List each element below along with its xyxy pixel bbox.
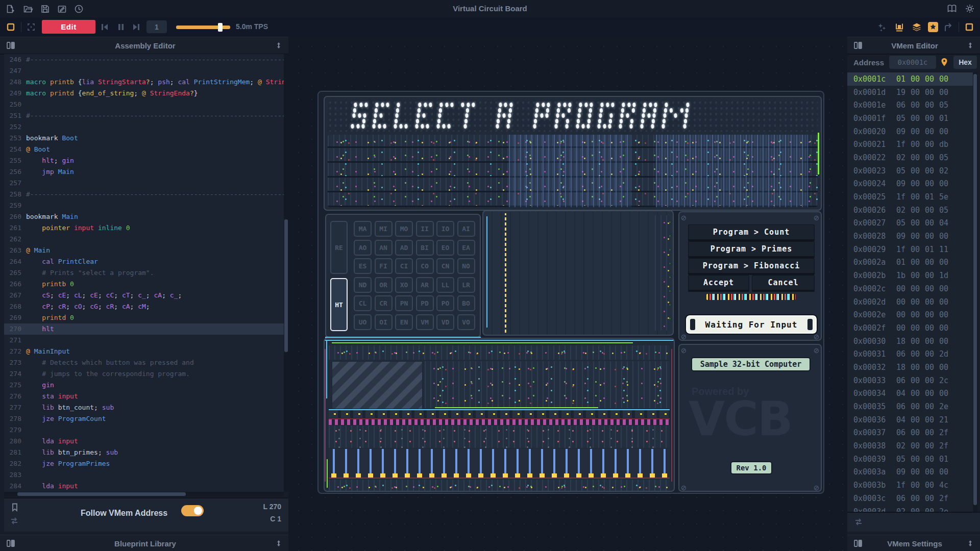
matrix-cell-or[interactable]: OR (375, 277, 393, 293)
vmem-row[interactable]: 0x0002602000005 (847, 204, 973, 217)
code-line[interactable]: 281 lib btn_primes; sub (4, 447, 288, 458)
skip-to-start-icon[interactable] (100, 22, 109, 32)
vmem-row[interactable]: 0x0001f05000001 (847, 112, 973, 125)
matrix-cell-pn[interactable]: PN (395, 295, 413, 311)
code-line[interactable]: 256 jmp Main (4, 166, 288, 178)
vmem-row[interactable]: 0x0001c01000000 (847, 72, 973, 86)
vmem-row[interactable]: 0x0002f00000000 (847, 321, 973, 335)
assembly-code-area[interactable]: 246#------------------------------------… (4, 54, 288, 492)
matrix-cell-ao[interactable]: AO (354, 240, 372, 256)
code-line[interactable]: 271 (4, 335, 288, 346)
vmem-row[interactable]: 0x0003c0600002f (847, 492, 973, 505)
code-line[interactable]: 255 hlt; gin (4, 155, 288, 166)
matrix-cell-io[interactable]: IO (436, 221, 454, 237)
cancel-button[interactable]: Cancel (752, 275, 815, 290)
program-button-1[interactable]: Program > Count (688, 224, 815, 240)
matrix-cell-ea[interactable]: EA (457, 240, 475, 256)
vmem-scrollbar[interactable] (973, 72, 977, 512)
matrix-cell-vo[interactable]: VO (457, 314, 475, 330)
tps-slider[interactable] (176, 26, 230, 29)
program-button-2[interactable]: Program > Primes (688, 241, 815, 257)
code-line[interactable]: 279 (4, 424, 288, 436)
matrix-cell-xo[interactable]: XO (395, 277, 413, 293)
code-line[interactable]: 247 (4, 65, 288, 77)
code-line[interactable]: 276 sta input (4, 391, 288, 402)
pin-address-icon[interactable] (940, 58, 948, 67)
vmem-row[interactable]: 0x0003a09000000 (847, 466, 973, 479)
matrix-cell-eo[interactable]: EO (436, 240, 454, 256)
matrix-cell-po[interactable]: PO (436, 295, 454, 311)
tps-slider-handle[interactable] (218, 23, 223, 32)
code-line[interactable]: 248macro printb {lia StringStarta?; psh;… (4, 77, 288, 88)
panel-layout-icon[interactable] (6, 539, 15, 547)
vmem-row[interactable]: 0x0002d00000000 (847, 295, 973, 309)
code-line[interactable]: 284 lda input (4, 481, 288, 492)
program-button-3[interactable]: Program > Fibonacci (688, 258, 815, 273)
vmem-row[interactable]: 0x0003905000001 (847, 453, 973, 466)
code-line[interactable]: 258#------------------------------------… (4, 189, 288, 200)
matrix-cell-pd[interactable]: PD (416, 295, 434, 311)
code-line[interactable]: 278 jze ProgramCount (4, 413, 288, 424)
bookmark-icon[interactable] (10, 503, 19, 512)
code-line[interactable]: 252 (4, 121, 288, 133)
circuit-board[interactable]: REHTMAMIMOIIIOAIAOANADBIEOEAESFICICOCNNO… (317, 91, 824, 494)
matrix-cell-lr[interactable]: LR (457, 277, 475, 293)
expand-panel-icon[interactable] (275, 41, 282, 49)
rename-icon[interactable] (57, 4, 67, 14)
vmem-row[interactable]: 0x0002b1b00001d (847, 269, 973, 282)
code-line[interactable]: 269 printd 0 (4, 312, 288, 323)
vmem-row[interactable]: 0x0003018000000 (847, 335, 973, 348)
matrix-cell-bi[interactable]: BI (416, 240, 434, 256)
selection-tool-icon[interactable] (6, 22, 15, 32)
vmem-row[interactable]: 0x0003d0200002e (847, 505, 973, 512)
code-line[interactable]: 250 (4, 99, 288, 110)
vmem-row[interactable]: 0x0002009000000 (847, 125, 973, 138)
matrix-cell-mo[interactable]: MO (395, 221, 413, 237)
address-input[interactable]: 0x0001c (889, 56, 936, 69)
matrix-cell-mi[interactable]: MI (375, 221, 393, 237)
vmem-row[interactable]: 0x0002809000000 (847, 230, 973, 243)
effects-sparkle-icon[interactable] (877, 22, 887, 32)
code-line[interactable]: 268 cP; cR; cO; cG; cR; cA; cM; (4, 301, 288, 312)
vmem-row[interactable]: 0x000370600002f (847, 427, 973, 440)
code-line[interactable]: 265 # Prints "select a program". (4, 267, 288, 279)
vmem-row[interactable]: 0x0003404000000 (847, 387, 973, 400)
matrix-cell-uo[interactable]: UO (354, 314, 372, 330)
code-line[interactable]: 257 (4, 178, 288, 189)
code-line[interactable]: 273 # Detects which button was pressed a… (4, 357, 288, 368)
matrix-cell-fi[interactable]: FI (375, 258, 393, 274)
code-line[interactable]: 272@ MainInput (4, 346, 288, 357)
code-line[interactable]: 246#------------------------------------… (4, 54, 288, 65)
code-line[interactable]: 259 (4, 200, 288, 211)
matrix-cell-ai[interactable]: AI (457, 221, 475, 237)
code-line[interactable]: 275 gin (4, 380, 288, 391)
open-file-icon[interactable] (23, 4, 33, 14)
code-line[interactable]: 262 (4, 234, 288, 245)
vmem-row[interactable]: 0x000350600002e (847, 400, 973, 413)
expand-panel-icon[interactable] (967, 41, 974, 49)
vmem-row[interactable]: 0x0002202000005 (847, 151, 973, 164)
favorites-star-icon[interactable] (928, 22, 938, 32)
vmem-row[interactable]: 0x000310600002d (847, 347, 973, 361)
matrix-cell-ma[interactable]: MA (354, 221, 372, 237)
matrix-cell-vm[interactable]: VM (416, 314, 434, 330)
code-line[interactable]: 266 printb 0 (4, 279, 288, 290)
vmem-row[interactable]: 0x0001e06000005 (847, 98, 973, 112)
assembly-vertical-scrollbar[interactable] (284, 54, 288, 492)
swap-arrows-icon[interactable] (853, 518, 864, 526)
matrix-cell-vd[interactable]: VD (436, 314, 454, 330)
manual-book-icon[interactable] (947, 4, 957, 13)
vmem-table[interactable]: 0x0001c010000000x0001d190000000x0001e060… (847, 72, 973, 512)
panel-layout-icon[interactable] (6, 41, 15, 49)
swap-arrows-icon[interactable] (9, 517, 19, 525)
accept-button[interactable]: Accept (688, 275, 749, 290)
vmem-row[interactable]: 0x0003b1f00004c (847, 479, 973, 492)
vmem-row[interactable]: 0x0002a01000000 (847, 256, 973, 269)
settings-gear-icon[interactable] (965, 4, 975, 14)
matrix-cell-nd[interactable]: ND (354, 277, 372, 293)
select-mode-icon[interactable] (965, 22, 974, 32)
history-icon[interactable] (74, 4, 84, 14)
tick-step-input[interactable]: 1 (146, 20, 167, 33)
vmem-row[interactable]: 0x0003604000021 (847, 413, 973, 427)
code-line[interactable]: 282 jze ProgramPrimes (4, 458, 288, 469)
